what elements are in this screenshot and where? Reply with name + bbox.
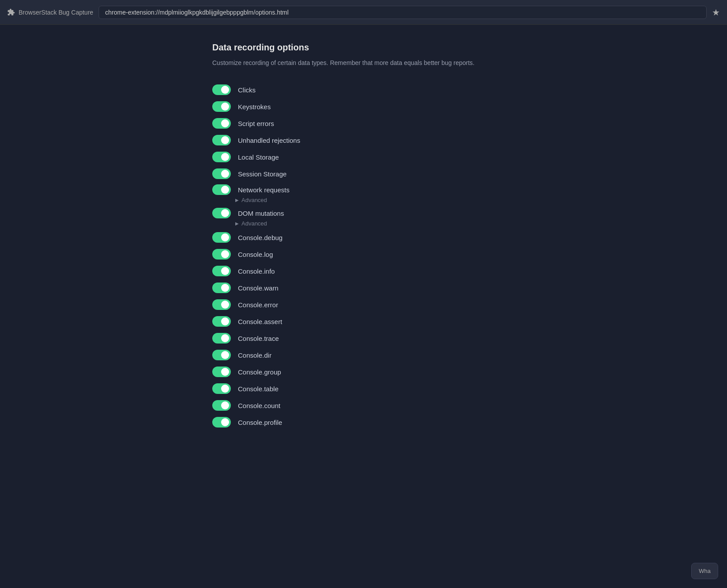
option-row-session-storage: Session Storage: [212, 166, 531, 182]
url-bar[interactable]: chrome-extension://mdplmiioglkpgkdblijgi…: [99, 6, 707, 19]
toggle-console-info[interactable]: [212, 266, 231, 276]
option-row-console-profile: Console.profile: [212, 414, 531, 430]
sub-option-label-network-requests: Advanced: [241, 197, 267, 203]
option-row-console-group: Console.group: [212, 364, 531, 380]
toggle-console-group[interactable]: [212, 367, 231, 377]
bookmark-star-icon[interactable]: ★: [712, 7, 720, 18]
option-label-console-count: Console.count: [238, 402, 280, 409]
option-label-clicks: Clicks: [238, 86, 256, 94]
option-label-unhandled-rejections: Unhandled rejections: [238, 137, 300, 144]
chevron-right-icon: ▶: [235, 221, 239, 226]
option-label-console-dir: Console.dir: [238, 351, 272, 359]
option-label-dom-mutations: DOM mutations: [238, 210, 284, 217]
main-content: Data recording options Customize recordi…: [0, 25, 531, 448]
option-row-local-storage: Local Storage: [212, 149, 531, 165]
toggle-console-warn[interactable]: [212, 283, 231, 293]
extension-icon: [7, 8, 15, 16]
option-label-console-info: Console.info: [238, 267, 275, 275]
option-label-console-log: Console.log: [238, 251, 273, 258]
toggle-console-error[interactable]: [212, 299, 231, 310]
extension-icon-label: BrowserStack Bug Capture: [7, 8, 93, 16]
section-title: Data recording options: [212, 42, 531, 53]
option-row-console-warn: Console.warn: [212, 280, 531, 296]
toggle-console-table[interactable]: [212, 383, 231, 394]
option-label-session-storage: Session Storage: [238, 170, 287, 178]
option-label-console-assert: Console.assert: [238, 318, 282, 325]
sub-option-network-requests[interactable]: ▶Advanced: [235, 197, 531, 203]
option-row-console-info: Console.info: [212, 263, 531, 279]
toggle-session-storage[interactable]: [212, 168, 231, 179]
toggle-network-requests[interactable]: [212, 184, 231, 195]
toggle-dom-mutations[interactable]: [212, 208, 231, 218]
toggle-unhandled-rejections[interactable]: [212, 135, 231, 145]
option-row-network-requests: Network requests: [212, 184, 531, 195]
chat-bubble[interactable]: Wha: [691, 563, 718, 579]
section-description: Customize recording of certain data type…: [212, 58, 478, 68]
address-bar: BrowserStack Bug Capture chrome-extensio…: [0, 0, 727, 25]
option-label-script-errors: Script errors: [238, 120, 274, 127]
toggle-console-log[interactable]: [212, 249, 231, 260]
toggle-console-count[interactable]: [212, 400, 231, 411]
sub-option-dom-mutations[interactable]: ▶Advanced: [235, 220, 531, 227]
toggle-clicks[interactable]: [212, 84, 231, 95]
toggle-local-storage[interactable]: [212, 152, 231, 162]
option-group-network-requests: Network requests▶Advanced: [212, 183, 531, 205]
option-label-console-table: Console.table: [238, 385, 279, 393]
option-row-console-debug: Console.debug: [212, 229, 531, 245]
option-row-console-error: Console.error: [212, 297, 531, 313]
option-row-console-log: Console.log: [212, 246, 531, 262]
toggle-console-debug[interactable]: [212, 232, 231, 243]
option-label-console-group: Console.group: [238, 368, 281, 376]
option-row-console-trace: Console.trace: [212, 330, 531, 346]
option-label-console-error: Console.error: [238, 301, 278, 309]
toggle-keystrokes[interactable]: [212, 101, 231, 112]
option-label-console-trace: Console.trace: [238, 335, 279, 342]
option-row-console-dir: Console.dir: [212, 347, 531, 363]
option-label-local-storage: Local Storage: [238, 153, 279, 161]
toggle-console-assert[interactable]: [212, 316, 231, 327]
option-row-dom-mutations: DOM mutations: [212, 208, 531, 218]
option-row-unhandled-rejections: Unhandled rejections: [212, 132, 531, 148]
option-row-console-assert: Console.assert: [212, 313, 531, 329]
option-label-console-debug: Console.debug: [238, 234, 283, 241]
option-row-keystrokes: Keystrokes: [212, 99, 531, 115]
option-label-console-profile: Console.profile: [238, 419, 282, 426]
toggle-console-trace[interactable]: [212, 333, 231, 344]
option-row-console-table: Console.table: [212, 381, 531, 397]
option-row-script-errors: Script errors: [212, 115, 531, 131]
option-row-clicks: Clicks: [212, 82, 531, 98]
option-row-console-count: Console.count: [212, 397, 531, 413]
option-label-keystrokes: Keystrokes: [238, 103, 271, 111]
toggle-console-profile[interactable]: [212, 417, 231, 428]
options-list: ClicksKeystrokesScript errorsUnhandled r…: [212, 82, 531, 430]
extension-name: BrowserStack Bug Capture: [19, 9, 93, 16]
toggle-console-dir[interactable]: [212, 350, 231, 360]
option-label-network-requests: Network requests: [238, 186, 290, 194]
toggle-script-errors[interactable]: [212, 118, 231, 129]
option-label-console-warn: Console.warn: [238, 284, 279, 292]
sub-option-label-dom-mutations: Advanced: [241, 220, 267, 227]
option-group-dom-mutations: DOM mutations▶Advanced: [212, 206, 531, 229]
chevron-right-icon: ▶: [235, 198, 239, 202]
